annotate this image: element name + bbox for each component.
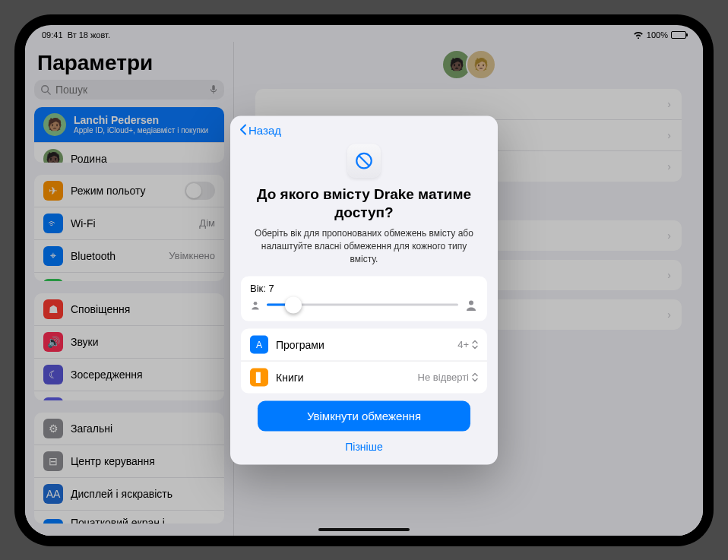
modal-title: До якого вмісту Drake матиме доступ? — [230, 185, 498, 227]
restrictions-icon — [347, 144, 381, 177]
back-button[interactable]: Назад — [239, 123, 281, 136]
chevron-left-icon — [239, 124, 247, 136]
screen: 09:41 Вт 18 жовт. 100% Параметри 🧑 — [25, 25, 703, 536]
person-large-icon — [464, 298, 478, 312]
content-type-label: Програми — [276, 338, 324, 350]
content-type-value[interactable]: 4+ — [457, 339, 478, 350]
home-indicator[interactable] — [318, 528, 410, 531]
svg-point-6 — [469, 300, 473, 305]
content-type-label: Книги — [276, 371, 304, 383]
device-frame: 09:41 Вт 18 жовт. 100% Параметри 🧑 — [14, 14, 714, 546]
age-label: Вік: 7 — [250, 282, 478, 293]
content-type-icon: ▋ — [250, 368, 268, 386]
content-restrictions-modal: Назад До якого вмісту Drake матиме досту… — [230, 115, 498, 464]
content-type-row[interactable]: ▋КнигиНе відверті — [241, 360, 487, 393]
content-type-row[interactable]: AПрограми4+ — [241, 328, 487, 360]
person-small-icon — [250, 299, 261, 310]
later-button[interactable]: Пізніше — [230, 431, 498, 452]
age-slider[interactable] — [267, 296, 458, 313]
content-type-icon: A — [250, 335, 268, 353]
svg-point-5 — [254, 302, 258, 305]
content-type-value[interactable]: Не відверті — [418, 372, 478, 383]
enable-restrictions-button[interactable]: Увімкнути обмеження — [258, 400, 470, 431]
slider-thumb[interactable] — [285, 296, 302, 313]
svg-line-4 — [359, 156, 369, 166]
age-slider-row: Вік: 7 — [241, 276, 487, 321]
modal-description: Оберіть вік для пропонованих обмежень вм… — [230, 227, 498, 276]
